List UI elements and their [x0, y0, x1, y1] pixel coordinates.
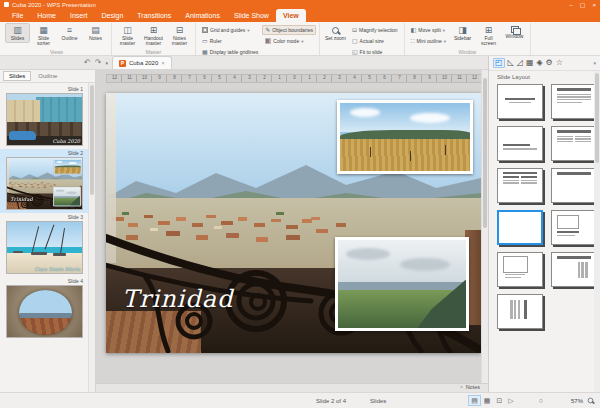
slides-sidebar: Slides Outline Slide 1 Cuba 2020 [0, 70, 96, 392]
sidebar-icon: ◨ [458, 26, 467, 35]
menu-view[interactable]: View [276, 9, 306, 22]
undo-icon[interactable]: ↶ [84, 59, 91, 67]
zoom-level[interactable]: 57% [571, 398, 583, 404]
layout-panel-icon[interactable]: ◰ [493, 58, 505, 68]
slide-thumbnail-3[interactable]: Slide 3 Cayo Sant [0, 213, 95, 277]
document-tab[interactable]: P Cuba 2020 × [112, 56, 172, 69]
layout-panel-title: Slide Layout [489, 71, 600, 82]
redo-icon[interactable]: ↷ [95, 59, 102, 67]
layout-thumbnail[interactable] [551, 84, 597, 119]
slides-view-button[interactable]: ▥ Slides [5, 23, 30, 43]
horizontal-ruler[interactable]: 1211109876543210123456789101112 [106, 74, 483, 83]
menu-file[interactable]: File [5, 9, 30, 22]
layout-thumbnail[interactable] [497, 168, 543, 203]
layout-thumbnail[interactable] [551, 126, 597, 161]
notes-bar: ^ Notes [96, 383, 488, 392]
slide3-artwork: Cayo Santa Maria [7, 222, 82, 273]
slide-thumbnail-4[interactable]: Slide 4 [0, 277, 95, 341]
design-panel-icon[interactable]: ◺ [508, 59, 514, 67]
color-mode-button[interactable]: Color mode ▾ [262, 36, 316, 46]
ribbon-group-master: ◫ Slide master ⊞ Handout master ⊟ Notes … [112, 23, 196, 55]
fit-zoom-icon[interactable] [588, 398, 594, 404]
slide-title-text[interactable]: Trinidad [10, 197, 33, 203]
window-button[interactable]: Window [502, 23, 527, 41]
outline-view-button[interactable]: ≡ Outline [57, 23, 82, 43]
pencil-icon: ✎ [265, 27, 270, 33]
slide-master-button[interactable]: ◫ Slide master [115, 23, 140, 49]
move-split-button[interactable]: ◧ Move split ▾ [408, 25, 449, 35]
slide-title-text[interactable]: Trinidad [122, 285, 233, 313]
table-gridlines-icon: ▦ [202, 49, 208, 55]
notes-button[interactable]: Notes [466, 385, 480, 391]
inset-photo-field[interactable] [337, 100, 473, 174]
play-circle-icon[interactable]: ○ [539, 397, 543, 404]
full-screen-button[interactable]: ⊞ Full screen [476, 23, 501, 49]
close-button[interactable]: × [592, 2, 596, 8]
layout-thumbnail[interactable] [497, 294, 543, 329]
grid-and-guides-button[interactable]: Grid and guides ▾ [199, 25, 261, 35]
layout-thumbnail[interactable] [497, 84, 543, 119]
outline-icon: ≡ [67, 26, 72, 35]
inset-photo-field[interactable] [54, 159, 82, 174]
layout-thumbnail[interactable] [551, 210, 597, 245]
notes-view-button[interactable]: ▤ Notes [83, 23, 108, 43]
favorites-panel-icon[interactable]: ☆ [556, 59, 563, 67]
trinidad-slide-photo: Trinidad [106, 93, 481, 353]
set-zoom-button[interactable]: Set zoom [323, 23, 348, 43]
magnify-selection-button[interactable]: ⊡ Magnify selection [349, 25, 401, 35]
chevron-down-icon: ▾ [443, 28, 445, 33]
layout-thumbnail[interactable] [551, 168, 597, 203]
effects-panel-icon[interactable]: ◈ [536, 59, 542, 67]
slide-sorter-button[interactable]: ▦ Slide sorter [31, 23, 56, 49]
tab-close-icon[interactable]: × [161, 60, 165, 66]
maximize-button[interactable]: ▢ [580, 2, 586, 8]
layout-thumbnail[interactable] [551, 252, 597, 287]
sidebar-tab-outline[interactable]: Outline [33, 72, 62, 80]
inset-photo-valley[interactable] [53, 187, 80, 206]
settings-panel-icon[interactable]: ⚙ [546, 59, 553, 67]
vertical-scrollbar[interactable] [481, 70, 488, 383]
sidebar-button[interactable]: ◨ Sidebar [450, 23, 475, 43]
mini-outline-button[interactable]: ∷ Mini outline ▾ [408, 36, 449, 46]
normal-view-button[interactable]: ▤ [468, 395, 481, 406]
inset-photo-valley[interactable] [335, 237, 469, 331]
sidebar-tab-slides[interactable]: Slides [3, 71, 31, 81]
slide1-artwork: Cuba 2020 [7, 94, 82, 145]
more-panels-icon[interactable]: ▾ [593, 60, 596, 66]
fit-to-slide-icon: ◱ [352, 49, 358, 55]
slide-sorter-view-button[interactable]: ▦ [481, 395, 494, 406]
minimize-button[interactable]: ‒ [569, 2, 572, 8]
notes-master-button[interactable]: ⊟ Notes master [167, 23, 192, 49]
menu-home[interactable]: Home [30, 9, 63, 22]
collapse-icon[interactable]: ^ [460, 386, 462, 391]
layout-thumbnail[interactable] [497, 126, 543, 161]
menu-design[interactable]: Design [94, 9, 130, 22]
chevron-down-icon[interactable]: ▾ [105, 61, 108, 66]
menu-transitions[interactable]: Transitions [130, 9, 178, 22]
ribbon-group-window: ◧ Move split ▾ ∷ Mini outline ▾ ◨ Sideba… [405, 23, 531, 55]
slideshow-button[interactable]: ▷ [505, 395, 516, 406]
sidebar-scrollbar[interactable] [88, 83, 95, 392]
ruler-toggle[interactable]: ▭ Ruler [199, 36, 261, 46]
slide-thumbnail-1[interactable]: Slide 1 Cuba 2020 [0, 85, 95, 149]
layout-thumbnail[interactable] [497, 252, 543, 287]
document-tab-bar: ↶ ↷ ▾ P Cuba 2020 × [0, 56, 488, 70]
menu-animations[interactable]: Animations [178, 9, 227, 22]
actual-size-button[interactable]: ▢ Actual size [349, 36, 401, 46]
shapes-panel-icon[interactable]: ◿ [517, 59, 523, 67]
notes-icon: ▤ [91, 26, 100, 35]
ribbon-group-view: Grid and guides ▾ ▭ Ruler ▦ Display tabl… [196, 23, 320, 55]
menu-insert[interactable]: Insert [63, 9, 95, 22]
layout-thumbnail[interactable] [497, 210, 543, 245]
handout-master-button[interactable]: ⊞ Handout master [141, 23, 166, 49]
slide-thumbnail-2[interactable]: Slide 2 Trinidad [0, 149, 95, 213]
current-slide[interactable]: Trinidad [106, 93, 481, 353]
menu-slide-show[interactable]: Slide Show [227, 9, 276, 22]
full-screen-icon: ⊞ [485, 26, 493, 35]
chevron-down-icon: ▾ [444, 39, 446, 44]
status-text: Slides [370, 398, 386, 404]
table-panel-icon[interactable]: ▦ [526, 59, 534, 67]
panel-scrollbar[interactable] [594, 71, 600, 392]
reading-view-button[interactable]: ⊡ [493, 395, 505, 406]
object-boundaries-toggle[interactable]: ✎ Object boundaries [262, 25, 316, 35]
